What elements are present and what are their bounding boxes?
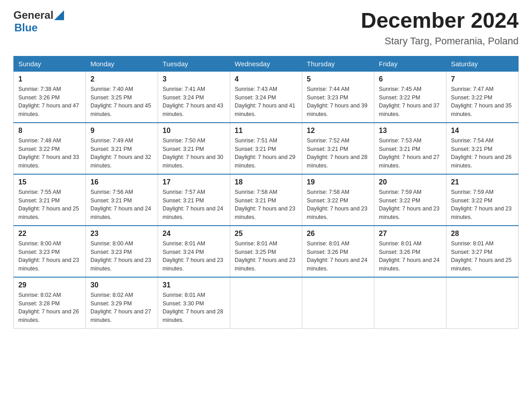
- calendar-cell: 20 Sunrise: 7:59 AM Sunset: 3:22 PM Dayl…: [374, 174, 446, 226]
- day-number: 27: [379, 230, 442, 238]
- calendar-cell: 9 Sunrise: 7:49 AM Sunset: 3:21 PM Dayli…: [86, 123, 158, 174]
- day-number: 31: [163, 281, 225, 289]
- day-number: 21: [451, 178, 514, 186]
- day-info: Sunrise: 7:59 AM Sunset: 3:22 PM Dayligh…: [451, 188, 514, 222]
- calendar-cell: 28 Sunrise: 8:01 AM Sunset: 3:27 PM Dayl…: [446, 226, 519, 277]
- calendar-week-row-1: 1 Sunrise: 7:38 AM Sunset: 3:26 PM Dayli…: [14, 71, 519, 123]
- day-number: 8: [18, 127, 81, 135]
- calendar-cell: 26 Sunrise: 8:01 AM Sunset: 3:26 PM Dayl…: [302, 226, 374, 277]
- day-number: 12: [307, 127, 369, 135]
- day-info: Sunrise: 7:45 AM Sunset: 3:22 PM Dayligh…: [379, 85, 442, 119]
- day-info: Sunrise: 7:38 AM Sunset: 3:26 PM Dayligh…: [18, 85, 81, 119]
- calendar-week-row-5: 29 Sunrise: 8:02 AM Sunset: 3:28 PM Dayl…: [14, 277, 519, 329]
- calendar-cell: 27 Sunrise: 8:01 AM Sunset: 3:26 PM Dayl…: [374, 226, 446, 277]
- calendar-cell: 23 Sunrise: 8:00 AM Sunset: 3:23 PM Dayl…: [86, 226, 158, 277]
- calendar-week-row-4: 22 Sunrise: 8:00 AM Sunset: 3:23 PM Dayl…: [14, 226, 519, 277]
- day-info: Sunrise: 7:43 AM Sunset: 3:24 PM Dayligh…: [235, 85, 297, 119]
- day-number: 17: [163, 178, 225, 186]
- calendar-header-thursday: Thursday: [302, 56, 374, 71]
- day-info: Sunrise: 8:01 AM Sunset: 3:25 PM Dayligh…: [235, 240, 297, 273]
- day-number: 30: [90, 281, 153, 289]
- day-number: 29: [18, 281, 81, 289]
- svg-marker-0: [54, 10, 64, 20]
- day-number: 9: [90, 127, 153, 135]
- day-info: Sunrise: 7:59 AM Sunset: 3:22 PM Dayligh…: [379, 188, 442, 222]
- day-info: Sunrise: 7:49 AM Sunset: 3:21 PM Dayligh…: [90, 137, 153, 170]
- day-info: Sunrise: 8:01 AM Sunset: 3:26 PM Dayligh…: [307, 240, 369, 273]
- day-number: 6: [379, 75, 442, 83]
- calendar-cell: 22 Sunrise: 8:00 AM Sunset: 3:23 PM Dayl…: [14, 226, 86, 277]
- day-info: Sunrise: 7:53 AM Sunset: 3:21 PM Dayligh…: [379, 137, 442, 170]
- day-number: 1: [18, 75, 81, 83]
- calendar-table: SundayMondayTuesdayWednesdayThursdayFrid…: [13, 56, 519, 329]
- day-number: 19: [307, 178, 369, 186]
- calendar-cell: 19 Sunrise: 7:58 AM Sunset: 3:22 PM Dayl…: [302, 174, 374, 226]
- calendar-cell: 29 Sunrise: 8:02 AM Sunset: 3:28 PM Dayl…: [14, 277, 86, 329]
- day-info: Sunrise: 8:02 AM Sunset: 3:29 PM Dayligh…: [90, 291, 153, 325]
- calendar-cell: 21 Sunrise: 7:59 AM Sunset: 3:22 PM Dayl…: [446, 174, 519, 226]
- day-number: 4: [235, 75, 297, 83]
- calendar-cell: 6 Sunrise: 7:45 AM Sunset: 3:22 PM Dayli…: [374, 71, 446, 123]
- day-number: 10: [163, 127, 225, 135]
- day-number: 25: [235, 230, 297, 238]
- calendar-cell: 25 Sunrise: 8:01 AM Sunset: 3:25 PM Dayl…: [230, 226, 302, 277]
- calendar-header-saturday: Saturday: [446, 56, 519, 71]
- calendar-header-sunday: Sunday: [14, 56, 86, 71]
- day-info: Sunrise: 8:00 AM Sunset: 3:23 PM Dayligh…: [90, 240, 153, 273]
- title-section: December 2024 Stary Targ, Pomerania, Pol…: [361, 9, 519, 47]
- day-number: 15: [18, 178, 81, 186]
- calendar-cell: 31 Sunrise: 8:01 AM Sunset: 3:30 PM Dayl…: [158, 277, 230, 329]
- calendar-cell: 1 Sunrise: 7:38 AM Sunset: 3:26 PM Dayli…: [14, 71, 86, 123]
- day-number: 26: [307, 230, 369, 238]
- day-number: 16: [90, 178, 153, 186]
- calendar-cell: [230, 277, 302, 329]
- calendar-cell: [302, 277, 374, 329]
- calendar-header-wednesday: Wednesday: [230, 56, 302, 71]
- day-info: Sunrise: 8:01 AM Sunset: 3:26 PM Dayligh…: [379, 240, 442, 273]
- day-number: 11: [235, 127, 297, 135]
- calendar-cell: 14 Sunrise: 7:54 AM Sunset: 3:21 PM Dayl…: [446, 123, 519, 174]
- calendar-header-row: SundayMondayTuesdayWednesdayThursdayFrid…: [14, 56, 519, 71]
- day-info: Sunrise: 8:02 AM Sunset: 3:28 PM Dayligh…: [18, 291, 81, 325]
- day-number: 18: [235, 178, 297, 186]
- day-number: 14: [451, 127, 514, 135]
- calendar-cell: 4 Sunrise: 7:43 AM Sunset: 3:24 PM Dayli…: [230, 71, 302, 123]
- day-info: Sunrise: 7:41 AM Sunset: 3:24 PM Dayligh…: [163, 85, 225, 119]
- calendar-cell: 13 Sunrise: 7:53 AM Sunset: 3:21 PM Dayl…: [374, 123, 446, 174]
- day-number: 23: [90, 230, 153, 238]
- logo: General Blue: [13, 9, 65, 34]
- calendar-cell: 12 Sunrise: 7:52 AM Sunset: 3:21 PM Dayl…: [302, 123, 374, 174]
- logo-blue-text: Blue: [14, 21, 38, 34]
- day-number: 22: [18, 230, 81, 238]
- day-info: Sunrise: 7:47 AM Sunset: 3:22 PM Dayligh…: [451, 85, 514, 119]
- calendar-header-tuesday: Tuesday: [158, 56, 230, 71]
- calendar-header-friday: Friday: [374, 56, 446, 71]
- calendar-cell: 10 Sunrise: 7:50 AM Sunset: 3:21 PM Dayl…: [158, 123, 230, 174]
- calendar-cell: 30 Sunrise: 8:02 AM Sunset: 3:29 PM Dayl…: [86, 277, 158, 329]
- calendar-cell: [374, 277, 446, 329]
- calendar-cell: 7 Sunrise: 7:47 AM Sunset: 3:22 PM Dayli…: [446, 71, 519, 123]
- day-info: Sunrise: 7:56 AM Sunset: 3:21 PM Dayligh…: [90, 188, 153, 222]
- day-info: Sunrise: 7:51 AM Sunset: 3:21 PM Dayligh…: [235, 137, 297, 170]
- calendar-week-row-3: 15 Sunrise: 7:55 AM Sunset: 3:21 PM Dayl…: [14, 174, 519, 226]
- page-header: General Blue December 2024 Stary Targ, P…: [13, 9, 519, 47]
- day-info: Sunrise: 7:57 AM Sunset: 3:21 PM Dayligh…: [163, 188, 225, 222]
- day-info: Sunrise: 7:48 AM Sunset: 3:22 PM Dayligh…: [18, 137, 81, 170]
- calendar-cell: [446, 277, 519, 329]
- calendar-cell: 3 Sunrise: 7:41 AM Sunset: 3:24 PM Dayli…: [158, 71, 230, 123]
- day-info: Sunrise: 7:58 AM Sunset: 3:21 PM Dayligh…: [235, 188, 297, 222]
- day-number: 13: [379, 127, 442, 135]
- calendar-cell: 8 Sunrise: 7:48 AM Sunset: 3:22 PM Dayli…: [14, 123, 86, 174]
- calendar-title: December 2024: [361, 9, 519, 33]
- day-number: 28: [451, 230, 514, 238]
- logo-general-text: General: [13, 9, 53, 21]
- calendar-cell: 24 Sunrise: 8:01 AM Sunset: 3:24 PM Dayl…: [158, 226, 230, 277]
- calendar-cell: 11 Sunrise: 7:51 AM Sunset: 3:21 PM Dayl…: [230, 123, 302, 174]
- day-info: Sunrise: 7:55 AM Sunset: 3:21 PM Dayligh…: [18, 188, 81, 222]
- calendar-header-monday: Monday: [86, 56, 158, 71]
- calendar-cell: 15 Sunrise: 7:55 AM Sunset: 3:21 PM Dayl…: [14, 174, 86, 226]
- day-info: Sunrise: 7:40 AM Sunset: 3:25 PM Dayligh…: [90, 85, 153, 119]
- day-info: Sunrise: 8:01 AM Sunset: 3:30 PM Dayligh…: [163, 291, 225, 325]
- day-number: 3: [163, 75, 225, 83]
- day-info: Sunrise: 7:50 AM Sunset: 3:21 PM Dayligh…: [163, 137, 225, 170]
